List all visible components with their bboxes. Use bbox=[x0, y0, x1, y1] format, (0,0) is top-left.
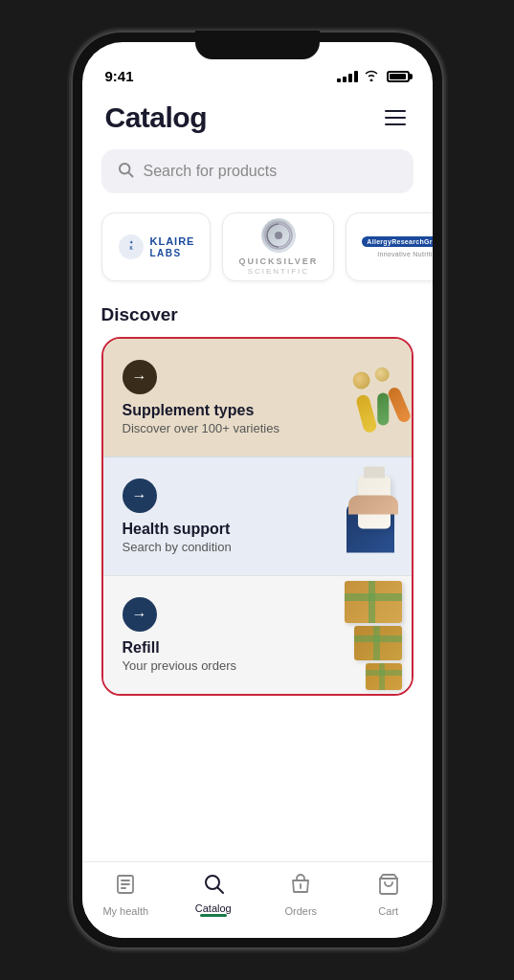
refill-boxes-image bbox=[345, 581, 402, 690]
supplement-arrow-icon: → bbox=[123, 360, 157, 394]
signal-icon bbox=[337, 71, 358, 82]
refill-card-subtitle: Your previous orders bbox=[123, 658, 236, 673]
allergy-logo-badge: AllergyResearchGroup® bbox=[362, 236, 432, 247]
health-support-card[interactable]: → Health support Search by condition bbox=[103, 457, 412, 575]
allergy-subtitle: Innovative Nutrition bbox=[377, 251, 432, 257]
my-health-icon bbox=[114, 873, 137, 902]
health-card-subtitle: Search by condition bbox=[123, 540, 232, 554]
catalog-label: Catalog bbox=[195, 902, 232, 914]
supplement-types-card[interactable]: → Supplement types Discover over 100+ va… bbox=[103, 339, 412, 457]
allergy-brand: AllergyResearchGroup® Innovative Nutriti… bbox=[362, 236, 432, 257]
brands-list: ✦ K KLAIRE LABS bbox=[82, 209, 433, 297]
orders-label: Orders bbox=[284, 905, 317, 917]
brand-card-allergy[interactable]: AllergyResearchGroup® Innovative Nutriti… bbox=[346, 212, 432, 281]
cart-label: Cart bbox=[378, 905, 398, 917]
catalog-nav-wrapper: Catalog bbox=[195, 872, 232, 917]
klaire-brand: ✦ K KLAIRE LABS bbox=[118, 234, 195, 260]
refill-arrow-icon: → bbox=[123, 597, 157, 632]
klaire-text: KLAIRE LABS bbox=[150, 235, 195, 257]
menu-button[interactable] bbox=[381, 106, 410, 129]
klaire-logo-icon: ✦ K bbox=[118, 234, 145, 260]
status-time: 9:41 bbox=[105, 68, 134, 84]
nav-my-health[interactable]: My health bbox=[97, 873, 154, 917]
app-content: Catalog Search for products bbox=[82, 90, 433, 861]
nav-orders[interactable]: Orders bbox=[272, 873, 329, 917]
supplement-card-title: Supplement types bbox=[123, 402, 255, 419]
svg-line-12 bbox=[217, 888, 223, 894]
orders-icon bbox=[289, 873, 312, 902]
quicksilver-logo-icon bbox=[261, 218, 296, 253]
klaire-name: KLAIRE bbox=[150, 235, 195, 247]
search-icon bbox=[117, 161, 134, 182]
catalog-active-indicator bbox=[200, 914, 227, 917]
svg-line-1 bbox=[128, 172, 132, 176]
health-card-title: Health support bbox=[123, 521, 231, 538]
cart-icon bbox=[377, 873, 400, 902]
discover-cards-container: → Supplement types Discover over 100+ va… bbox=[101, 337, 413, 696]
brand-card-quicksilver[interactable]: QUICKSILVER SCIENTIFIC bbox=[222, 212, 334, 281]
battery-icon bbox=[387, 71, 410, 82]
klaire-labs: LABS bbox=[150, 248, 195, 258]
svg-point-6 bbox=[275, 232, 282, 239]
health-arrow-icon: → bbox=[123, 479, 157, 513]
status-icons bbox=[337, 69, 410, 84]
phone-frame: 9:41 Catalog bbox=[71, 31, 444, 949]
header: Catalog bbox=[82, 90, 433, 142]
supplement-pills-image bbox=[355, 367, 402, 429]
notch bbox=[195, 31, 320, 59]
my-health-label: My health bbox=[102, 905, 148, 917]
phone-screen: 9:41 Catalog bbox=[82, 42, 433, 938]
page-title: Catalog bbox=[105, 101, 208, 134]
nav-catalog[interactable]: Catalog bbox=[185, 872, 242, 917]
wifi-icon bbox=[364, 69, 379, 84]
search-placeholder: Search for products bbox=[144, 163, 278, 180]
menu-icon bbox=[385, 110, 406, 112]
discover-title: Discover bbox=[101, 304, 413, 325]
search-container: Search for products bbox=[82, 142, 433, 209]
bottom-nav: My health Catalog bbox=[82, 861, 433, 938]
refill-card[interactable]: → Refill Your previous orders bbox=[103, 575, 412, 694]
menu-icon bbox=[385, 123, 406, 125]
refill-card-title: Refill bbox=[123, 639, 160, 657]
search-bar[interactable]: Search for products bbox=[101, 149, 413, 193]
quicksilver-name: QUICKSILVER bbox=[238, 256, 318, 267]
health-bottle-image bbox=[335, 476, 402, 557]
nav-cart[interactable]: Cart bbox=[360, 873, 417, 917]
menu-icon bbox=[385, 117, 406, 119]
quicksilver-text: QUICKSILVER SCIENTIFIC bbox=[238, 256, 318, 276]
discover-section: Discover → Supplement types Discover ove… bbox=[82, 297, 433, 711]
quicksilver-scientific: SCIENTIFIC bbox=[238, 267, 318, 276]
catalog-icon bbox=[202, 872, 225, 901]
brand-card-klaire[interactable]: ✦ K KLAIRE LABS bbox=[101, 212, 212, 281]
supplement-card-subtitle: Discover over 100+ varieties bbox=[123, 421, 279, 435]
